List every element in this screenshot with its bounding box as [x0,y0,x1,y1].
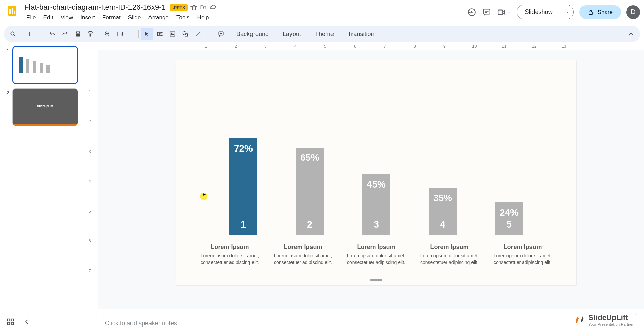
svg-rect-21 [185,34,188,36]
chart-labels: Lorem Ipsum Lorem ipsum dolor sit amet, … [193,243,559,266]
vertical-ruler[interactable]: 1 2 3 4 5 6 7 [85,50,98,309]
label-text: Lorem ipsum dolor sit amet, consectetuer… [198,253,262,266]
chart[interactable]: 72% 1 65% 2 45% 3 35% 4 24% 5 [210,92,542,235]
watermark-logo-icon [573,314,586,326]
slideshow-dropdown[interactable] [561,7,573,18]
svg-rect-26 [11,322,13,325]
svg-rect-23 [8,319,10,321]
menu-tools[interactable]: Tools [173,13,193,22]
label-title: Lorem Ipsum [271,243,335,251]
cloud-status-icon[interactable] [209,4,216,11]
chart-bar[interactable]: 35% 4 [429,188,457,235]
menu-help[interactable]: Help [194,13,213,22]
bar-value-label: 72% [234,143,253,154]
theme-button[interactable]: Theme [310,28,339,40]
svg-point-19 [171,33,172,34]
bar-value-label: 24% [500,207,519,218]
comment-icon[interactable] [215,28,227,40]
chart-label-block[interactable]: Lorem Ipsum Lorem ipsum dolor sit amet, … [490,243,555,266]
chart-bar[interactable]: 45% 3 [362,174,390,235]
slide-thumbnail-2[interactable]: SlideUpLift [12,88,78,126]
user-avatar[interactable]: D [626,5,640,19]
image-icon[interactable] [166,28,179,40]
svg-rect-9 [77,32,79,33]
chart-bar[interactable]: 72% 1 [229,138,257,235]
toolbar: Fit Background Layout Theme Transition [4,26,640,42]
new-slide-dropdown[interactable] [36,28,42,40]
svg-rect-25 [8,322,10,325]
star-icon[interactable] [190,4,197,11]
label-text: Lorem ipsum dolor sit amet, consectetuer… [490,253,555,266]
app-logo[interactable] [4,3,20,19]
slide-number: 2 [4,88,12,95]
collapse-toolbar-icon[interactable] [625,28,637,40]
textbox-icon[interactable] [154,28,166,40]
menu-bar: File Edit View Insert Format Slide Arran… [23,13,467,22]
zoom-icon[interactable] [101,28,114,40]
svg-point-15 [161,32,162,33]
menu-insert[interactable]: Insert [77,13,98,22]
svg-point-17 [161,35,162,36]
select-tool-icon[interactable] [141,28,153,40]
menu-view[interactable]: View [57,13,77,22]
label-title: Lorem Ipsum [417,243,482,251]
undo-icon[interactable] [46,28,58,40]
slide-panel: 1 ————— 2 SlideUpLift [0,43,85,309]
new-slide-icon[interactable] [23,28,36,40]
svg-point-7 [11,32,14,35]
paint-format-icon[interactable] [85,28,97,40]
document-title[interactable]: Flat-bar-chart-diagram-Item-ID-126-16x9-… [23,2,167,13]
file-format-badge: .PPTX [170,4,188,11]
menu-edit[interactable]: Edit [40,13,56,22]
print-icon[interactable] [72,28,84,40]
share-label: Share [598,9,613,16]
speaker-notes[interactable]: Click to add speaker notes [95,313,637,333]
menu-file[interactable]: File [23,13,39,22]
slide-canvas[interactable]: ➤ 72% 1 65% 2 45% 3 35% 4 24% 5 Lorem Ip… [176,60,576,285]
chart-label-block[interactable]: Lorem Ipsum Lorem ipsum dolor sit amet, … [417,243,482,266]
transition-button[interactable]: Transition [343,28,379,40]
line-dropdown[interactable] [205,28,210,40]
redo-icon[interactable] [59,28,71,40]
chevron-down-icon [130,32,134,36]
history-icon[interactable] [467,7,477,17]
svg-rect-3 [14,11,15,14]
svg-rect-11 [89,32,92,33]
bar-value-label: 65% [300,152,319,163]
svg-rect-6 [589,12,592,14]
slideshow-button[interactable]: Slideshow [517,5,561,19]
horizontal-ruler[interactable]: 1 2 3 4 5 6 7 8 9 10 11 12 13 [98,43,644,50]
background-button[interactable]: Background [232,28,274,40]
line-icon[interactable] [192,28,204,40]
cursor-arrow-icon: ➤ [202,192,206,197]
bar-index-label: 3 [374,219,379,230]
chart-label-block[interactable]: Lorem Ipsum Lorem ipsum dolor sit amet, … [344,243,408,266]
chart-label-block[interactable]: Lorem Ipsum Lorem ipsum dolor sit amet, … [198,243,262,266]
move-folder-icon[interactable] [200,4,207,11]
grid-view-icon[interactable] [7,318,15,326]
share-button[interactable]: Share [579,5,621,19]
shape-icon[interactable] [179,28,192,40]
zoom-select[interactable]: Fit [114,29,136,39]
chart-bar[interactable]: 65% 2 [296,148,324,235]
layout-button[interactable]: Layout [278,28,306,40]
resize-handle[interactable] [370,279,382,281]
chart-bar[interactable]: 24% 5 [495,202,523,235]
chart-label-block[interactable]: Lorem Ipsum Lorem ipsum dolor sit amet, … [271,243,335,266]
label-text: Lorem ipsum dolor sit amet, consectetuer… [344,253,408,266]
comments-icon[interactable] [482,7,491,17]
slide-thumbnail-1[interactable]: ————— [12,46,78,84]
svg-rect-4 [483,9,490,14]
thumb2-brand-text: SlideUpLift [13,89,78,126]
collapse-panel-icon[interactable] [23,318,31,326]
label-text: Lorem ipsum dolor sit amet, consectetuer… [417,253,482,266]
lock-icon [587,9,594,16]
search-menu-icon[interactable] [7,28,19,40]
bar-index-label: 1 [241,219,246,230]
svg-point-14 [157,32,158,33]
video-call-button[interactable] [497,8,511,17]
menu-slide[interactable]: Slide [125,13,144,22]
menu-arrange[interactable]: Arrange [145,13,172,22]
slide-number: 1 [4,46,12,53]
menu-format[interactable]: Format [99,13,124,22]
